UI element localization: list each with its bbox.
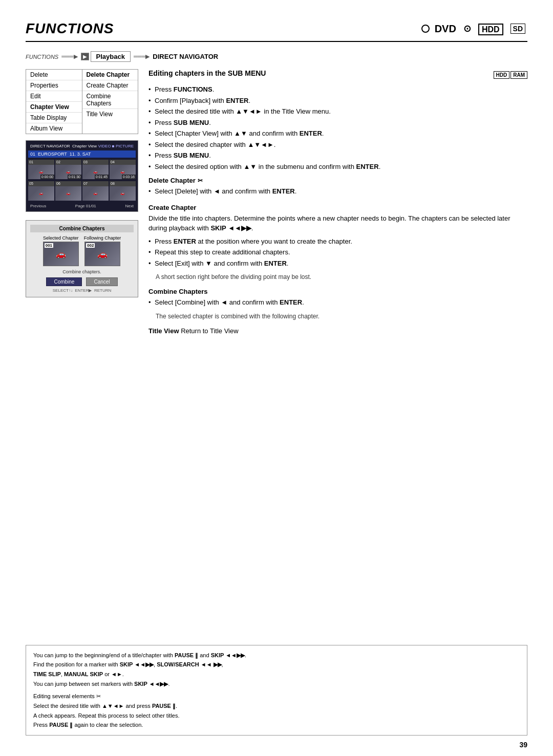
create-chapter-note: A short section right before the dividin… <box>148 273 527 280</box>
bullet-1: Press FUNCTIONS. <box>148 84 527 95</box>
menu-item-delete-chapter[interactable]: Delete Chapter <box>82 70 138 80</box>
note-skip: SKIP ◄◄▶▶ <box>211 652 245 658</box>
nav-playback-box: Playback <box>91 51 131 62</box>
menu-item-combine-chapters[interactable]: Combine Chapters <box>82 91 138 109</box>
combine-selected-label: Selected Chapter <box>43 235 79 241</box>
cv-thumb-img-5: 🚗 <box>28 186 54 201</box>
menu-item-chapter-view[interactable]: Chapter View <box>26 102 82 113</box>
bullet-4: Press SUB MENU. <box>148 118 527 128</box>
note-line-4: You can jump between set markers with SK… <box>33 679 520 689</box>
create-bold-enter-2: ENTER <box>264 260 287 267</box>
cv-thumb-time-1: 0:00:00 <box>40 175 54 179</box>
cv-thumb-num-5: 05 <box>29 182 33 185</box>
menu-item-edit[interactable]: Edit <box>26 91 82 102</box>
menu-item-create-chapter[interactable]: Create Chapter <box>82 80 138 91</box>
main-content: Delete Properties Edit Chapter View Tabl… <box>26 69 527 342</box>
note-skip3: SKIP ◄◄▶▶ <box>134 681 168 687</box>
cv-thumb-5: 🚗 05 <box>28 181 54 201</box>
cv-thumb-num-4: 04 <box>111 160 115 164</box>
note-pause3: PAUSE ‖ <box>49 722 73 728</box>
note-line-1: You can jump to the beginning/end of a t… <box>33 651 520 660</box>
combine-legend: SELECT↑↓ ENTER▶ RETURN <box>30 288 134 293</box>
editing-title-text: Editing chapters in the SUB MENU <box>148 69 266 77</box>
title-view-text: Return to Title View <box>181 327 238 335</box>
title-view-label: Title View <box>148 327 179 335</box>
bullet-7: Press SUB MENU. <box>148 150 527 161</box>
scissors-icon: ✂ <box>198 177 203 184</box>
bullet-8-bold: ENTER <box>356 163 379 170</box>
note-line-8: Press PAUSE ‖ again to clear the selecti… <box>33 720 520 730</box>
note-skip2: SKIP ◄◄▶▶ <box>120 661 154 667</box>
cv-page: Page 01/01 <box>75 204 96 208</box>
create-chapter-section: Create Chapter Divide the title into cha… <box>148 204 527 281</box>
bottom-note: You can jump to the beginning/end of a t… <box>26 645 527 736</box>
hdd-label: HDD <box>478 23 503 35</box>
cv-thumb-7: 🚗 07 <box>82 181 109 201</box>
delete-chapter-title: Delete Chapter ✂ <box>148 177 527 184</box>
disc-icon: ⊙ <box>463 23 471 34</box>
main-bullet-list: Press FUNCTIONS. Confirm [Playback] with… <box>148 84 527 171</box>
cv-thumb-num-3: 03 <box>83 160 88 164</box>
delete-bold-enter: ENTER <box>272 187 295 195</box>
menu-item-delete[interactable]: Delete <box>26 70 82 80</box>
menu-col-2: Delete Chapter Create Chapter Combine Ch… <box>82 70 138 134</box>
cv-thumb-img-6: 🚗 <box>55 186 81 201</box>
bullet-5-bold: ENTER <box>300 129 322 137</box>
cv-thumb-1: 🚗 01 0:00:00 <box>28 160 54 179</box>
bullet-2: Confirm [Playback] with ENTER. <box>148 96 527 106</box>
cv-header-left: DIRECT NAVIGATOR Chapter View <box>30 144 97 148</box>
cv-thumb-2: 🚗 02 0:01:30 <box>55 160 81 179</box>
nav-functions-text: FUNCTIONS <box>26 54 58 60</box>
nav-functions-label: FUNCTIONS <box>26 54 58 60</box>
menu-item-title-view[interactable]: Title View <box>82 109 138 119</box>
bullet-6: Select the desired chapter with ▲▼◄►. <box>148 140 527 150</box>
note-slow: SLOW/SEARCH ◄◄ ▶▶ <box>157 661 221 667</box>
cv-thumb-8: 🚗 08 <box>110 181 136 201</box>
cv-thumb-6: 🚗 06 <box>55 181 81 201</box>
main-section-title: Editing chapters in the SUB MENU <box>148 69 266 77</box>
hdd-badge: HDD <box>494 71 510 79</box>
sd-box: SD <box>511 25 525 33</box>
menu-item-album-view[interactable]: Album View <box>26 123 82 134</box>
combine-selected-thumb: 001 🚗 <box>43 242 79 266</box>
cv-thumb-num-7: 07 <box>83 182 88 185</box>
combine-button[interactable]: Combine <box>46 277 82 286</box>
cv-footer: Previous Page 01/01 Next <box>28 203 136 209</box>
create-chapter-label: Create Chapter <box>148 204 196 211</box>
dvd-label: DVD <box>435 23 456 35</box>
cv-thumb-time-3: 0:01:45 <box>95 175 109 179</box>
note-pause2: PAUSE ‖ <box>152 703 176 709</box>
title-view-section: Title View Return to Title View <box>148 327 527 335</box>
nav-icon-playback: ▶ Playback <box>81 51 131 62</box>
combine-title: Combine Chapters <box>30 225 134 232</box>
menu-item-properties[interactable]: Properties <box>26 80 82 91</box>
note-line-7: A check appears. Repeat this process to … <box>33 711 520 721</box>
cv-thumb-num-2: 02 <box>56 160 60 164</box>
page-header: FUNCTIONS DVD ⊙ HDD SD <box>26 20 527 42</box>
note-line-6: Select the desired title with ▲▼◄► and p… <box>33 701 520 711</box>
note-manual: MANUAL SKIP <box>64 671 103 677</box>
create-chapter-title: Create Chapter <box>148 204 527 211</box>
nav-arrow-2: ═══▶ <box>134 53 150 60</box>
combine-bold-enter: ENTER <box>280 298 302 306</box>
cv-thumbnails-row1: 🚗 01 0:00:00 🚗 02 0:01:30 🚗 03 0:01:45 <box>28 160 136 179</box>
combine-chapters-label: Combine Chapters <box>148 288 208 295</box>
bullet-3: Select the desired title with ▲▼◄► in th… <box>148 106 527 117</box>
menu-col-1: Delete Properties Edit Chapter View Tabl… <box>26 70 82 134</box>
left-column: Delete Properties Edit Chapter View Tabl… <box>26 69 138 342</box>
combine-following-col: Following Chapter 002 🚗 <box>84 235 121 267</box>
cv-thumb-4: 🚗 04 0:03:16 <box>110 160 136 179</box>
nav-bar: FUNCTIONS ═══▶ ▶ Playback ═══▶ DIRECT NA… <box>26 51 527 62</box>
page-number: 39 <box>519 741 527 749</box>
bullet-5: Select [Chapter View] with ▲▼ and confir… <box>148 128 527 139</box>
cv-next: Next <box>125 204 134 208</box>
menu-item-table-display[interactable]: Table Display <box>26 113 82 123</box>
bullet-1-bold: FUNCTIONS <box>174 85 212 93</box>
page-title: FUNCTIONS <box>26 20 114 37</box>
cv-thumb-time-2: 0:01:30 <box>68 175 81 179</box>
combine-chapters-mockup: Combine Chapters Selected Chapter 001 🚗 … <box>26 220 138 297</box>
combine-bullet-1: Select [Combine] with ◄ and confirm with… <box>148 297 527 308</box>
chapter-view-mockup: DIRECT NAVIGATOR Chapter View VIDEO ■ PI… <box>26 140 138 212</box>
note-line-3: TIME SLIP, MANUAL SKIP or ◄►. <box>33 669 520 679</box>
cancel-button[interactable]: Cancel <box>86 277 117 286</box>
